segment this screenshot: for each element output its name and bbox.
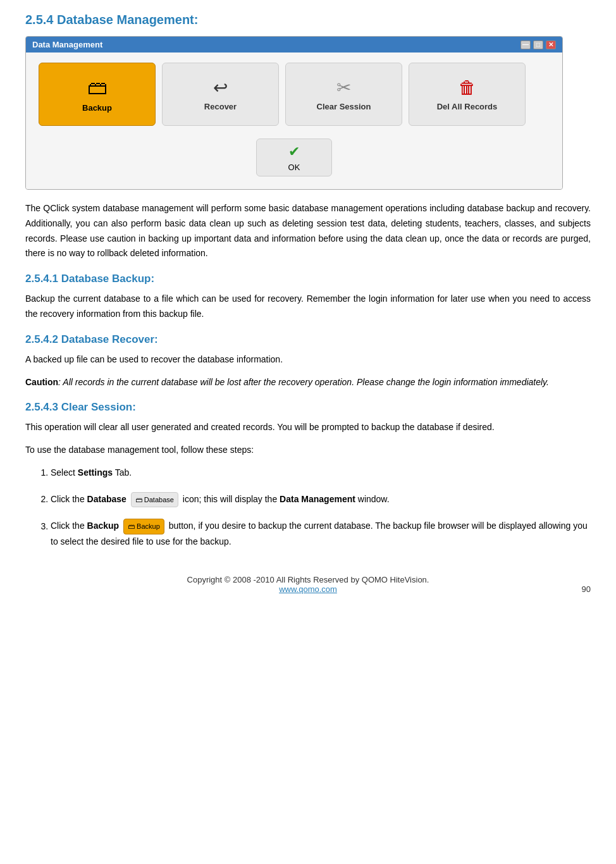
step1-bold: Settings (78, 467, 113, 478)
step2-bold: Database (87, 494, 126, 504)
ok-label: OK (288, 163, 300, 172)
data-management-dialog: Data Management — □ ✕ 🗃 Backup ↩ Recover… (25, 36, 563, 190)
step3-text-before: Click the (51, 521, 87, 531)
footer-inner: Copyright © 2008 -2010 All Rights Reserv… (25, 575, 591, 594)
clear-session-icon: ✂ (336, 77, 351, 98)
step1-text-before: Select (51, 467, 78, 478)
step3-bold: Backup (87, 521, 120, 531)
step-2: Click the Database 🗃 Database icon; this… (51, 492, 591, 508)
clear-session-button[interactable]: ✂ Clear Session (285, 63, 402, 126)
dialog-buttons-row: 🗃 Backup ↩ Recover ✂ Clear Session 🗑 Del… (39, 63, 550, 126)
recover-label: Recover (204, 102, 237, 111)
footer-link[interactable]: www.qomo.com (279, 584, 337, 594)
dialog-body: 🗃 Backup ↩ Recover ✂ Clear Session 🗑 Del… (26, 52, 562, 189)
backup-icon: 🗃 (87, 76, 108, 99)
backup-label: Backup (82, 103, 112, 113)
del-all-records-button[interactable]: 🗑 Del All Records (409, 63, 526, 126)
step2-bold2: Data Management (280, 494, 355, 504)
recover-subtitle: 2.5.4.2 Database Recover: (25, 333, 591, 346)
recover-button[interactable]: ↩ Recover (162, 63, 279, 126)
step1-text-after: Tab. (113, 467, 132, 478)
step-3: Click the Backup 🗃 Backup button, if you… (51, 519, 591, 549)
del-all-icon: 🗑 (459, 77, 476, 98)
clear-session-label: Clear Session (317, 102, 371, 111)
ok-row: ✔ OK (39, 139, 550, 176)
intro-paragraph: The QClick system database management wi… (25, 201, 591, 261)
ok-icon: ✔ (288, 144, 300, 160)
del-all-label: Del All Records (437, 102, 498, 111)
caution-label: Caution (25, 377, 58, 387)
step-1: Select Settings Tab. (51, 466, 591, 481)
steps-list: Select Settings Tab. Click the Database … (51, 466, 591, 550)
steps-intro: To use the database management tool, fol… (25, 443, 591, 458)
copyright-text: Copyright © 2008 -2010 All Rights Reserv… (25, 575, 591, 584)
recover-paragraph: A backed up file can be used to recover … (25, 352, 591, 367)
close-button[interactable]: ✕ (546, 40, 556, 49)
step2-text-before: Click the (51, 494, 87, 504)
backup-inline-icon: 🗃 Backup (123, 519, 164, 534)
backup-subtitle: 2.5.4.1 Database Backup: (25, 273, 591, 285)
minimize-button[interactable]: — (521, 40, 531, 49)
caution-text: : All records in the current database wi… (58, 377, 549, 387)
main-section-title: 2.5.4 Database Management: (25, 13, 591, 27)
recover-icon: ↩ (213, 77, 228, 98)
step2-text-after: icon; this will display the (183, 494, 280, 504)
clear-session-subtitle: 2.5.4.3 Clear Session: (25, 401, 591, 414)
backup-paragraph: Backup the current database to a file wh… (25, 292, 591, 322)
dialog-titlebar: Data Management — □ ✕ (26, 37, 562, 52)
dialog-controls: — □ ✕ (521, 40, 556, 49)
dialog-title: Data Management (32, 40, 102, 49)
step2-text-after2: window. (355, 494, 390, 504)
backup-button[interactable]: 🗃 Backup (39, 63, 156, 126)
clear-paragraph: This operation will clear all user gener… (25, 420, 591, 435)
maximize-button[interactable]: □ (533, 40, 543, 49)
footer-url[interactable]: www.qomo.com 90 (25, 584, 591, 594)
caution-paragraph: Caution: All records in the current data… (25, 375, 591, 390)
ok-button[interactable]: ✔ OK (256, 139, 332, 176)
page-number: 90 (582, 584, 591, 594)
page-footer: Copyright © 2008 -2010 All Rights Reserv… (25, 575, 591, 594)
database-inline-icon: 🗃 Database (131, 492, 178, 508)
